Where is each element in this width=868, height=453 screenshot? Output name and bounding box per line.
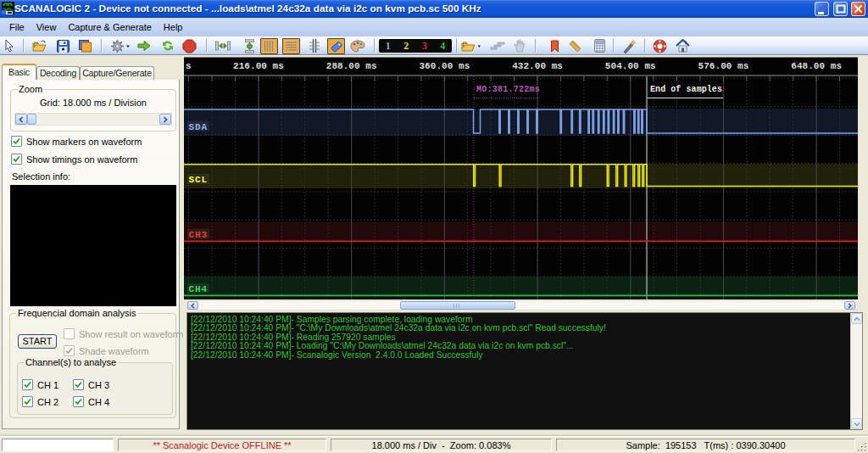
ch3-row[interactable]: CH 3 [73,379,109,390]
run-button[interactable] [136,37,153,54]
pan-button[interactable] [511,37,528,54]
open-file-button[interactable] [31,37,48,54]
ch2-checkbox[interactable] [22,396,33,407]
ch3-checkbox[interactable] [73,379,84,390]
channel-3-number: 3 [422,40,427,53]
menu-view[interactable]: View [31,18,63,36]
open-folder-icon [32,39,47,53]
scroll-down-arrow-icon [854,421,860,428]
ch2-row[interactable]: CH 2 [22,396,58,407]
help-button[interactable] [651,37,668,54]
ch1-row[interactable]: CH 1 [22,379,58,390]
ch4-row[interactable]: CH 4 [73,396,109,407]
fit-vertical-button[interactable] [241,37,258,54]
open-recent-button[interactable] [460,37,483,54]
tab-decoding[interactable]: Decoding [36,66,80,80]
app-icon [2,2,14,14]
hand-icon [514,39,526,53]
svg-text:MO:381.722ms: MO:381.722ms [476,85,540,94]
save-button[interactable] [54,37,71,54]
tab-basic[interactable]: Basic [2,64,36,80]
log-line: [22/12/2010 10:24:40 PM]- Scanalogic Ver… [191,350,483,360]
waveform-area[interactable]: s216.00 ms288.00 ms360.00 ms432.00 ms504… [183,56,860,300]
calculator-button[interactable] [591,37,608,54]
home-button[interactable] [674,37,691,54]
menu-file[interactable]: File [3,18,31,36]
scroll-right-arrow-icon [847,303,853,309]
scroll-left-arrow-icon [18,116,25,123]
vertical-grid-icon [263,40,275,53]
frequency-analysis-label: Frequencial domain analysis [16,308,137,318]
measure-button[interactable] [566,37,583,54]
refresh-button[interactable] [159,37,176,54]
colors-button[interactable] [349,37,366,54]
svg-text:504.00 ms: 504.00 ms [605,61,656,71]
log-vscrollbar[interactable] [850,313,862,429]
show-result-row[interactable]: Show result on waveform [64,328,184,339]
shade-waveform-label: Shade waveform [79,346,149,356]
pointer-tool-button[interactable] [1,37,18,54]
shade-waveform-row[interactable]: Shade waveform [64,345,149,356]
channels-groupbox: Channel(s) to analyse CH 1 CH 3 [17,362,173,415]
bookmark-icon [550,40,559,53]
fit-horizontal-button[interactable] [214,37,231,54]
show-result-checkbox[interactable] [64,328,75,339]
resize-grip[interactable] [857,442,867,452]
channel-slider-icon [307,39,322,53]
vertical-grid-toggle[interactable] [260,38,278,54]
wave-scroll-thumb[interactable] [400,301,515,310]
status-bar: ** Scanalogic Device OFFLINE ** 18.000 m… [0,436,868,453]
left-tabs: Basic Decoding Capture/Generate [2,64,154,80]
ch2-label: CH 2 [37,397,58,407]
wizard-button[interactable] [620,37,637,54]
svg-text:576.00 ms: 576.00 ms [698,61,749,71]
compare-button[interactable] [489,37,506,54]
menu-help[interactable]: Help [158,18,189,36]
log-lines: [22/12/2010 10:24:40 PM]- Samples parsin… [191,316,606,360]
settings-button[interactable] [109,37,131,54]
close-button[interactable] [851,2,865,16]
check-icon [13,155,20,163]
minimize-button[interactable] [815,2,829,16]
zoom-scroll-left-button[interactable] [15,114,27,125]
channel-indicator-box: 1 2 3 4 [379,39,452,53]
layers-icon [490,41,505,51]
log-line: [22/12/2010 10:24:40 PM]- Samples parsin… [191,315,473,324]
expand-horizontal-icon [215,40,231,52]
wave-scroll-right-button[interactable] [844,301,855,310]
show-timings-checkbox[interactable] [11,154,22,165]
start-button[interactable]: START [18,334,57,349]
bookmark-button[interactable] [546,37,563,54]
ch1-checkbox[interactable] [22,379,33,390]
menu-capture-generate[interactable]: Capture & Generate [62,18,157,36]
magic-wand-icon [622,39,637,53]
check-icon [24,381,31,389]
log-scroll-up-button[interactable] [851,313,862,324]
waveform-plot: s216.00 ms288.00 ms360.00 ms432.00 ms504… [183,56,860,300]
show-markers-checkbox[interactable] [11,136,22,147]
channel-spacing-button[interactable] [306,37,323,54]
zoom-scrollbar[interactable] [14,113,172,126]
show-markers-row[interactable]: Show markers on waveform [11,136,142,147]
horizontal-grid-toggle[interactable] [282,38,300,54]
tag-toggle[interactable] [327,38,345,54]
maximize-button[interactable] [833,2,848,16]
show-timings-row[interactable]: Show timings on waveform [11,154,137,165]
channel-4-number: 4 [440,40,445,53]
stop-icon [182,39,197,53]
tag-icon [330,40,343,53]
stop-button[interactable] [181,37,198,54]
zoom-scroll-right-button[interactable] [159,114,171,125]
ch4-checkbox[interactable] [73,396,84,407]
tab-capture-generate[interactable]: Capture/Generate [80,66,154,80]
wave-scroll-left-button[interactable] [187,301,198,310]
toolbar: 1 2 3 4 [0,36,868,55]
log-scroll-down-button[interactable] [851,418,862,429]
gear-icon [110,39,131,53]
ruler-icon [568,39,582,53]
waveform-hscrollbar[interactable] [186,300,856,310]
zoom-scroll-thumb[interactable] [27,114,36,125]
export-image-button[interactable] [76,37,93,54]
shade-waveform-checkbox[interactable] [64,345,75,356]
show-markers-label: Show markers on waveform [26,137,142,147]
